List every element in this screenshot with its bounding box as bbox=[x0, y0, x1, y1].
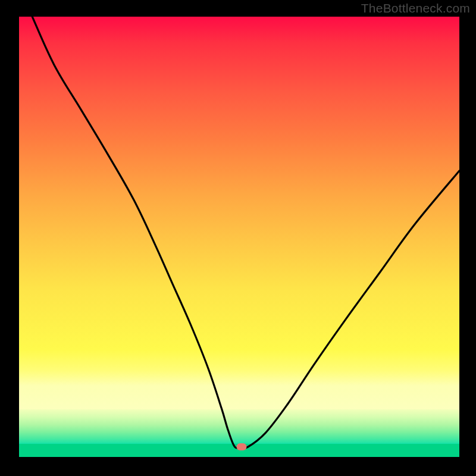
bottleneck-curve bbox=[19, 17, 459, 457]
watermark-label: TheBottleneck.com bbox=[361, 1, 470, 15]
chart-frame: TheBottleneck.com bbox=[0, 0, 476, 476]
plot-area bbox=[19, 17, 459, 457]
optimal-point-marker bbox=[236, 443, 246, 450]
